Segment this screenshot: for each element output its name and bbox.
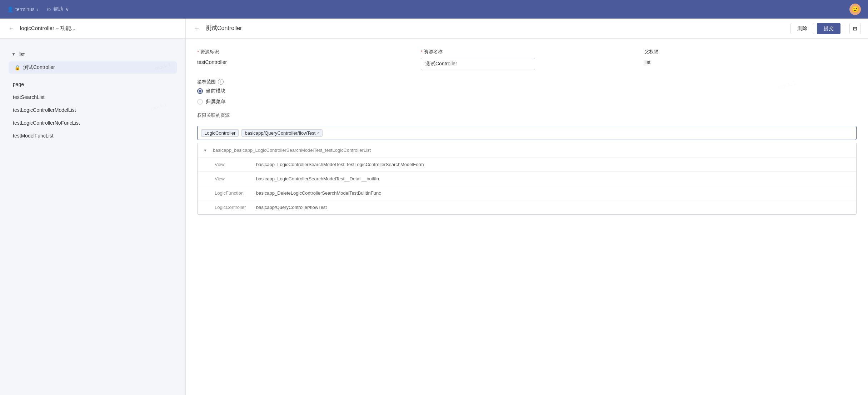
chevron-icon: ▼ — [11, 52, 16, 57]
right-panel-title: 测试Controller — [206, 25, 242, 32]
resource-id-label: * 资源标识 — [197, 49, 409, 55]
auth-scope-label: 鉴权范围 i — [197, 79, 857, 85]
tree-item-page[interactable]: page — [4, 78, 181, 91]
tag-query-controller: basicapp/QueryController/flowTest × — [241, 129, 323, 137]
tree-item-func-list[interactable]: testModelFuncList — [4, 129, 181, 142]
nav-user[interactable]: 👤 terminus › — [7, 6, 38, 12]
radio-parent-menu[interactable]: 归属菜单 — [197, 99, 857, 105]
help-icon: ⊙ — [47, 6, 51, 12]
dropdown-item-2[interactable]: LogicFunction basicapp_DeleteLogicContro… — [198, 186, 856, 200]
resource-name-group: * 资源名称 — [421, 49, 633, 70]
lock-icon: 🔒 — [14, 65, 20, 70]
item-type-1: View — [215, 176, 250, 181]
item-value-0: basicapp_LogicControllerSearchModelTest_… — [256, 162, 424, 167]
nav-help-label: 帮助 — [53, 6, 63, 12]
dropdown-group-header[interactable]: ▼ basicapp_basicapp_LogicControllerSearc… — [198, 143, 856, 158]
assoc-resources-label: 权限关联的资源 — [197, 112, 857, 119]
parent-perm-value: list — [644, 58, 857, 66]
tree-item-no-func-list[interactable]: testLogicControllerNoFuncList — [4, 116, 181, 129]
right-header-right: 删除 提交 ⊟ — [790, 23, 861, 34]
left-tree: ▼ list 🔒 测试Controller mock·1 mock·1 page — [0, 39, 185, 395]
tree-item-model-list[interactable]: testLogicControllerModelList — [4, 104, 181, 116]
resource-id-value: testController — [197, 58, 409, 66]
right-header: ← 测试Controller 删除 提交 ⊟ — [186, 19, 868, 39]
form-row-1: * 资源标识 testController * 资源名称 父权限 list — [197, 49, 857, 70]
left-panel-title: logicController – 功能... — [20, 25, 75, 32]
right-panel: ← 测试Controller 删除 提交 ⊟ mock·1 * 资源标 — [186, 19, 868, 395]
collapse-button[interactable]: ⊟ — [849, 23, 861, 34]
tags-input[interactable]: LogicController basicapp/QueryController… — [197, 126, 857, 140]
tree-parent-list[interactable]: ▼ list — [4, 49, 181, 60]
resource-name-label: * 资源名称 — [421, 49, 633, 55]
dropdown-item-1[interactable]: View basicapp_LogicControllerSearchModel… — [198, 172, 856, 186]
left-back-button[interactable]: ← — [7, 24, 16, 33]
item-value-2: basicapp_DeleteLogicControllerSearchMode… — [256, 190, 381, 196]
resource-id-group: * 资源标识 testController — [197, 49, 409, 70]
dropdown-item-0[interactable]: View basicapp_LogicControllerSearchModel… — [198, 158, 856, 172]
resource-name-input[interactable] — [421, 58, 535, 70]
main-layout: ← logicController – 功能... ▼ list 🔒 测试Con… — [0, 19, 868, 395]
tree-item-selected[interactable]: 🔒 测试Controller mock·1 — [9, 61, 177, 74]
form-row-2: 鉴权范围 i 当前模块 归属菜单 — [197, 79, 857, 105]
right-content: mock·1 * 资源标识 testController * 资源名称 — [186, 39, 868, 395]
delete-button[interactable]: 删除 — [790, 23, 814, 34]
info-icon[interactable]: i — [218, 79, 224, 85]
tag-logic-controller: LogicController — [201, 129, 239, 137]
item-type-2: LogicFunction — [215, 190, 250, 196]
tree-selected-label: 测试Controller — [23, 64, 55, 71]
tree-item-test-search-list[interactable]: testSearchList — [4, 91, 181, 104]
left-panel: ← logicController – 功能... ▼ list 🔒 测试Con… — [0, 19, 186, 395]
item-value-3: basicapp/QueryController/flowTest — [256, 205, 327, 210]
form-row-3: 权限关联的资源 LogicController basicapp/QueryCo… — [197, 112, 857, 215]
radio-current-module[interactable]: 当前模块 — [197, 88, 857, 94]
item-type-0: View — [215, 162, 250, 167]
nav-user-label: terminus — [15, 6, 35, 12]
collapse-icon: ⊟ — [853, 26, 857, 31]
item-type-3: LogicController — [215, 205, 250, 210]
parent-perm-group: 父权限 list — [644, 49, 857, 70]
dropdown-list: ▼ basicapp_basicapp_LogicControllerSearc… — [197, 143, 857, 215]
left-header: ← logicController – 功能... — [0, 19, 185, 39]
tree-container: ▼ list 🔒 测试Controller mock·1 mock·1 page — [0, 46, 185, 145]
group-chevron-icon: ▼ — [203, 148, 207, 152]
radio-dot-1 — [199, 90, 201, 92]
radio-group: 当前模块 归属菜单 — [197, 88, 857, 105]
dropdown-item-3[interactable]: LogicController basicapp/QueryController… — [198, 200, 856, 214]
right-back-button[interactable]: ← — [193, 24, 201, 33]
group-label: basicapp_basicapp_LogicControllerSearchM… — [213, 148, 371, 153]
divider — [845, 24, 845, 33]
submit-button[interactable]: 提交 — [817, 23, 840, 34]
radio-circle-2 — [197, 99, 203, 105]
item-value-1: basicapp_LogicControllerSearchModelTest_… — [256, 176, 379, 181]
tree-parent-label: list — [19, 51, 25, 57]
avatar[interactable]: 🙂 — [849, 4, 861, 15]
nav-left: 👤 terminus › ⊙ 帮助 ∨ — [7, 6, 69, 12]
top-nav: 👤 terminus › ⊙ 帮助 ∨ 🙂 — [0, 0, 868, 19]
tag-close-button[interactable]: × — [317, 130, 319, 135]
right-header-left: ← 测试Controller — [193, 24, 242, 33]
nav-help-arrow: ∨ — [65, 6, 69, 12]
user-icon: 👤 — [7, 6, 13, 12]
radio-circle-1 — [197, 88, 203, 94]
nav-user-arrow: › — [37, 6, 39, 12]
parent-perm-label: 父权限 — [644, 49, 857, 55]
nav-help[interactable]: ⊙ 帮助 ∨ — [47, 6, 69, 12]
auth-scope-group: 鉴权范围 i 当前模块 归属菜单 — [197, 79, 857, 105]
